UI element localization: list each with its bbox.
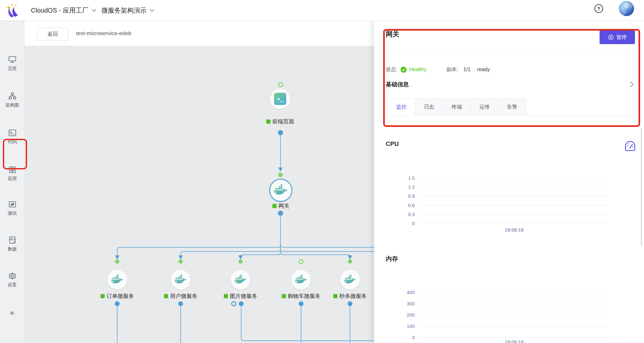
replicas-label: 副本: [447,66,458,73]
sidebar-item-overview[interactable]: 总览 [0,55,24,71]
detail-panel: 网关 暂停 状态: Healthy 副本: 1/1 ready 基础信息 监控日… [374,21,644,343]
status-square-icon [164,294,168,298]
status-square-icon [224,294,228,298]
grid-icon [8,165,17,174]
loop-icon [8,200,17,209]
tab-终端[interactable]: 终端 [443,99,471,116]
sidebar-collapse-button[interactable]: « [0,308,24,317]
chevron-right-icon[interactable] [630,81,634,87]
page-title: test-microservice-edeb [76,30,131,37]
sidebar-item-data[interactable]: 数据 [0,236,24,252]
docker-whale-icon [111,274,124,285]
topology-node-order[interactable] [107,270,127,290]
project-title: 微服务架构演示 [101,6,147,15]
product-title: CloudOS - 应用工厂 [31,6,89,15]
sidebar-item-label: 架构图 [5,102,19,108]
panel-scrollbar-thumb[interactable] [641,128,642,246]
app-header: CloudOS - 应用工厂 微服务架构演示 ? [0,0,644,21]
tabbar-line [387,115,639,116]
database-icon [8,236,17,244]
docker-whale-icon [273,184,288,196]
status-row: 状态: Healthy 副本: 1/1 ready [386,66,490,73]
grid-line [419,338,609,338]
y-tick-label: 400 [387,290,415,295]
status-square-icon [333,294,337,298]
x-tick-label: 18:06:18 [492,227,537,233]
docker-whale-icon [234,274,247,285]
docker-whale-icon [295,274,308,285]
terminal-node-icon: >_ [274,93,286,105]
terminal-icon [8,129,17,137]
avatar[interactable] [619,1,634,16]
replicas-value: 1/1 [463,67,470,72]
pause-label: 暂停 [617,34,627,41]
y-tick-label: 0.3 [387,212,415,217]
tab-日志[interactable]: 日志 [415,99,443,116]
topology-node-seckill[interactable] [340,270,360,290]
y-tick-label: 200 [387,312,415,318]
tab-监控[interactable]: 监控 [387,99,415,116]
product-switcher[interactable]: CloudOS - 应用工厂 [31,0,96,21]
status-square-icon [272,204,277,208]
status-label: 状态: [386,66,397,73]
x-tick-label: 18:06:18 [492,339,537,343]
topology-node-user[interactable] [171,270,191,290]
y-tick-label: 0 [387,335,415,340]
y-tick-label: 0.6 [387,203,415,208]
back-button[interactable]: 返回 [37,28,68,41]
help-icon[interactable]: ? [594,4,603,13]
topology-node-label-seckill: 秒杀微服务 [302,292,374,300]
topology-node-gateway[interactable] [269,179,292,202]
sidebar-item-apps[interactable]: 应用 [0,165,24,182]
chevron-down-icon [150,9,154,12]
grid-line [419,304,609,304]
tab-运维[interactable]: 运维 [470,99,498,116]
project-switcher[interactable]: 微服务架构演示 [101,0,154,21]
monitor-icon [8,55,17,64]
sidebar-item-label: 代码 [8,139,17,145]
sidebar-item-settings[interactable]: 设置 [0,272,24,288]
panel-tabs: 监控日志终端运维告警 [387,99,526,116]
grid-line [419,315,609,315]
grid-line [419,224,609,224]
topology-node-frontend[interactable]: >_ [270,89,290,109]
topology-node-label-gateway: 网关 [232,202,329,210]
y-tick-label: 0.9 [387,193,415,199]
gear-icon [8,272,17,280]
status-square-icon [100,294,105,298]
gauge-icon [624,140,636,152]
status-value: Healthy [409,67,426,72]
tab-告警[interactable]: 告警 [498,99,526,116]
basic-info-label: 基础信息 [386,81,409,88]
topology-node-cart[interactable] [291,270,311,290]
sidebar: 总览架构图代码应用测试数据设置 « [0,21,24,343]
chevron-down-icon [92,9,96,12]
grid-line [419,178,609,178]
y-tick-label: 300 [387,301,415,306]
sitemap-icon [8,92,17,100]
sidebar-item-label: 总览 [8,66,17,71]
pause-button[interactable]: 暂停 [600,31,635,44]
sidebar-item-test[interactable]: 测试 [0,200,24,216]
divider [374,49,644,49]
topology-node-label-frontend: 前端页面 [232,118,328,125]
content-toolbar: 返回 test-microservice-edeb [24,21,374,46]
y-tick-label: 100 [387,323,415,329]
status-square-icon [282,294,286,298]
sidebar-item-code[interactable]: 代码 [0,129,24,145]
sidebar-item-label: 测试 [8,211,17,216]
basic-info-row[interactable]: 基础信息 [386,81,634,88]
docker-whale-icon [344,274,356,285]
sidebar-item-label: 应用 [8,176,17,182]
grid-line [419,187,609,187]
docker-whale-icon [174,274,187,285]
topology-node-image[interactable] [231,270,251,290]
edge-arrowheads [115,167,352,260]
sidebar-item-label: 设置 [8,282,17,288]
y-tick-label: 1.5 [387,175,415,181]
sidebar-item-label: 数据 [8,246,17,252]
topology-canvas[interactable]: >_前端页面网关订单微服务用户微服务图片微服务购物车微服务秒杀微服务 [24,46,374,343]
grid-line [419,292,609,293]
sidebar-item-architecture[interactable]: 架构图 [0,92,24,108]
grid-line [419,205,609,206]
